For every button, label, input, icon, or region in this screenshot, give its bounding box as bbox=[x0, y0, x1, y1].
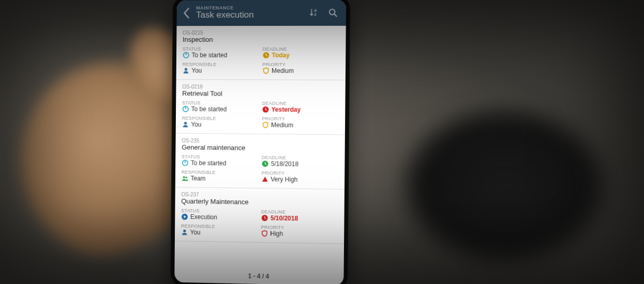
shield-outline-icon bbox=[262, 121, 269, 129]
app-screen: MAINTENANCE Task execution A Z OS-0215In… bbox=[174, 0, 346, 284]
priority-label: PRIORITY bbox=[262, 62, 339, 67]
field-priority: PRIORITYHigh bbox=[261, 225, 338, 238]
status-value: To be started bbox=[183, 52, 259, 59]
responsible-text: You bbox=[191, 121, 201, 128]
deadline-value: Today bbox=[262, 52, 339, 59]
power-icon bbox=[182, 105, 189, 113]
search-button[interactable] bbox=[325, 0, 341, 25]
status-text: To be started bbox=[191, 106, 227, 112]
field-status: STATUSTo be started bbox=[182, 100, 258, 113]
search-icon bbox=[328, 7, 338, 18]
field-responsible: RESPONSIBLETeam bbox=[182, 169, 258, 183]
sort-az-icon: A Z bbox=[309, 7, 319, 18]
power-icon bbox=[182, 159, 189, 166]
deadline-value: 5/10/2018 bbox=[261, 214, 338, 223]
responsible-value: You bbox=[182, 121, 258, 129]
deadline-text: 5/18/2018 bbox=[271, 161, 299, 167]
field-priority: PRIORITYVery High bbox=[261, 170, 338, 184]
responsible-value: You bbox=[182, 67, 258, 74]
responsible-value: You bbox=[181, 229, 257, 237]
task-card[interactable]: OS-0218Retrieval ToolSTATUSTo be started… bbox=[176, 80, 346, 135]
field-responsible: RESPONSIBLEYou bbox=[182, 116, 258, 129]
priority-value: Medium bbox=[262, 121, 339, 129]
priority-value: Very High bbox=[261, 176, 338, 184]
clock-solid-icon bbox=[261, 214, 268, 222]
priority-value: Medium bbox=[262, 67, 339, 74]
status-value: Execution bbox=[181, 213, 257, 222]
page-title: Task execution bbox=[196, 10, 303, 20]
field-responsible: RESPONSIBLEYou bbox=[181, 224, 257, 237]
sort-button[interactable]: A Z bbox=[306, 0, 322, 25]
clock-solid-icon bbox=[262, 52, 269, 59]
task-id: OS-0215 bbox=[183, 30, 339, 36]
responsible-value: Team bbox=[182, 175, 258, 183]
play-icon bbox=[181, 213, 188, 220]
field-deadline: DEADLINEToday bbox=[262, 46, 339, 59]
field-deadline: DEADLINE5/10/2018 bbox=[261, 209, 338, 223]
svg-line-12 bbox=[334, 14, 337, 17]
task-fields: STATUSExecutionDEADLINE5/10/2018RESPONSI… bbox=[181, 208, 338, 239]
app-header: MAINTENANCE Task execution A Z bbox=[176, 0, 346, 26]
team-icon bbox=[182, 175, 189, 182]
back-button[interactable] bbox=[179, 0, 193, 25]
task-card[interactable]: OS-237Quarterly MaintenanceSTATUSExecuti… bbox=[175, 187, 345, 244]
responsible-label: RESPONSIBLE bbox=[183, 62, 259, 67]
task-name: Quarterly Maintenance bbox=[181, 197, 338, 207]
task-name: Retrieval Tool bbox=[182, 89, 339, 98]
field-deadline: DEADLINEYesterday bbox=[262, 101, 339, 114]
status-text: To be started bbox=[192, 52, 228, 58]
pager: 1 - 4 / 4 bbox=[174, 267, 343, 284]
field-priority: PRIORITYMedium bbox=[262, 62, 339, 74]
task-card[interactable]: OS-235General maintenanceSTATUSTo be sta… bbox=[175, 134, 345, 190]
priority-value: High bbox=[261, 230, 338, 238]
status-text: To be started bbox=[191, 160, 227, 167]
responsible-text: Team bbox=[190, 175, 205, 181]
task-fields: STATUSTo be startedDEADLINEYesterdayRESP… bbox=[182, 100, 339, 129]
deadline-value: Yesterday bbox=[262, 106, 339, 114]
task-card[interactable]: OS-0215InspectionSTATUSTo be startedDEAD… bbox=[176, 26, 346, 81]
priority-text: Very High bbox=[271, 176, 297, 183]
field-status: STATUSExecution bbox=[181, 208, 257, 222]
power-icon bbox=[183, 52, 190, 59]
shield-outline-icon bbox=[261, 230, 268, 237]
person-icon bbox=[181, 229, 188, 236]
header-titles: MAINTENANCE Task execution bbox=[196, 6, 303, 20]
svg-text:A: A bbox=[314, 8, 317, 12]
status-text: Execution bbox=[190, 214, 217, 220]
clock-solid-icon bbox=[262, 106, 269, 113]
phone-frame: MAINTENANCE Task execution A Z OS-0215In… bbox=[170, 0, 350, 284]
priority-text: Medium bbox=[271, 122, 293, 128]
task-name: General maintenance bbox=[182, 144, 338, 153]
field-status: STATUSTo be started bbox=[183, 46, 259, 59]
deadline-value: 5/18/2018 bbox=[262, 160, 339, 168]
field-responsible: RESPONSIBLEYou bbox=[182, 62, 258, 74]
status-label: STATUS bbox=[183, 46, 259, 52]
person-icon bbox=[182, 67, 189, 74]
task-fields: STATUSTo be startedDEADLINETodayRESPONSI… bbox=[182, 46, 339, 75]
triangle-icon bbox=[261, 176, 268, 183]
task-list[interactable]: OS-0215InspectionSTATUSTo be startedDEAD… bbox=[174, 26, 346, 270]
background-object bbox=[396, 103, 613, 269]
field-priority: PRIORITYMedium bbox=[262, 116, 339, 129]
task-fields: STATUSTo be startedDEADLINE5/18/2018RESP… bbox=[182, 154, 339, 184]
status-value: To be started bbox=[182, 159, 258, 167]
deadline-text: Yesterday bbox=[271, 106, 301, 113]
field-status: STATUSTo be started bbox=[182, 154, 258, 167]
clock-solid-icon bbox=[262, 160, 269, 167]
responsible-text: You bbox=[190, 229, 201, 235]
field-deadline: DEADLINE5/18/2018 bbox=[262, 155, 339, 168]
shield-outline-icon bbox=[262, 67, 269, 74]
svg-text:Z: Z bbox=[314, 12, 317, 16]
priority-text: Medium bbox=[272, 68, 294, 74]
task-name: Inspection bbox=[183, 36, 339, 43]
priority-text: High bbox=[270, 230, 283, 236]
status-value: To be started bbox=[182, 105, 258, 113]
person-icon bbox=[182, 121, 189, 128]
responsible-text: You bbox=[191, 68, 202, 74]
chevron-left-icon bbox=[183, 7, 190, 19]
deadline-text: Today bbox=[272, 52, 290, 58]
deadline-label: DEADLINE bbox=[263, 46, 340, 52]
deadline-text: 5/10/2018 bbox=[271, 215, 298, 222]
